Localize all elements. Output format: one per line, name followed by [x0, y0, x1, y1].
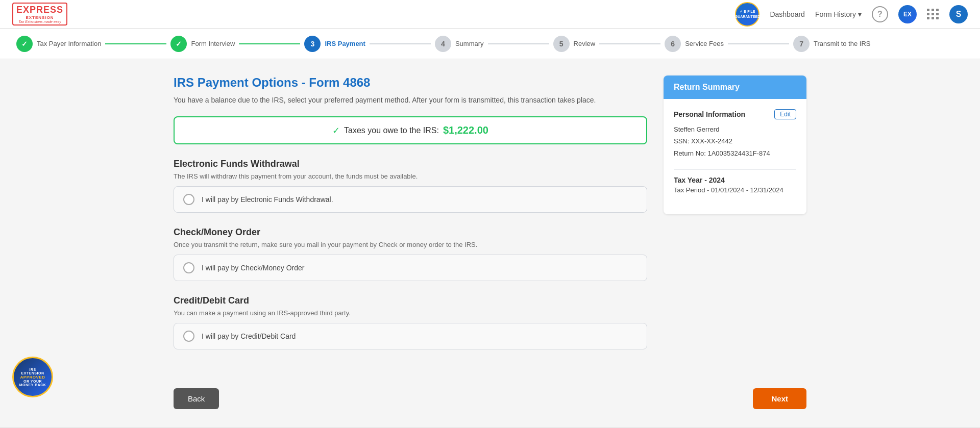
- step-connector-6: [728, 43, 789, 44]
- guaranteed-badge: ✓ E-FILEGUARANTEED: [735, 2, 760, 27]
- payment-section-desc-card: You can make a payment using an IRS-appr…: [174, 309, 647, 317]
- logo: EXPRESS EXTENSION Tax Extensions made ea…: [12, 3, 70, 26]
- personal-info-title: Personal Information: [674, 110, 745, 118]
- ex-button[interactable]: EX: [898, 5, 917, 23]
- user-avatar[interactable]: S: [949, 5, 968, 23]
- checkmark-icon: ✓: [332, 125, 340, 136]
- summary-body: Personal Information Edit Steffen Gerrer…: [664, 99, 806, 214]
- return-summary: Return Summary Personal Information Edit…: [664, 75, 806, 364]
- help-button[interactable]: ?: [872, 6, 888, 22]
- chevron-down-icon: ▾: [858, 10, 862, 18]
- step-label-4: Summary: [455, 40, 484, 47]
- taxpayer-name: Steffen Gerrerd: [674, 123, 796, 135]
- form-history-button[interactable]: Form History ▾: [815, 10, 862, 18]
- header: EXPRESS EXTENSION Tax Extensions made ea…: [0, 0, 980, 29]
- logo-box: EXPRESS EXTENSION Tax Extensions made ea…: [12, 3, 67, 26]
- payment-section-card: Credit/Debit Card You can make a payment…: [174, 295, 647, 349]
- payment-section-desc-check: Once you transmit the return, make sure …: [174, 241, 647, 248]
- step-connector-1: [105, 43, 166, 44]
- back-button[interactable]: Back: [174, 388, 219, 409]
- step-item-5[interactable]: 5 Review: [553, 36, 596, 52]
- personal-info-section: Personal Information Edit Steffen Gerrer…: [674, 109, 796, 159]
- personal-info-details: Steffen Gerrerd SSN: XXX-XX-2442 Return …: [674, 123, 796, 159]
- irs-badge: IRSEXTENSIONAPPROVEDOR YOURMONEY BACK: [12, 357, 53, 397]
- page-subtitle: You have a balance due to the IRS, selec…: [174, 96, 647, 104]
- radio-efw[interactable]: [183, 194, 194, 205]
- taxpayer-ssn: SSN: XXX-XX-2442: [674, 135, 796, 147]
- step-connector-2: [239, 43, 300, 44]
- step-item-1[interactable]: ✓ Tax Payer Information: [16, 36, 101, 52]
- tax-owed-amount: $1,222.00: [443, 124, 488, 136]
- header-nav: ✓ E-FILEGUARANTEED Dashboard Form Histor…: [735, 2, 968, 27]
- step-item-7[interactable]: 7 Transmit to the IRS: [793, 36, 871, 52]
- edit-button[interactable]: Edit: [774, 109, 796, 119]
- payment-option-efw[interactable]: I will pay by Electronic Funds Withdrawa…: [174, 186, 647, 213]
- payment-option-label-check: I will pay by Check/Money Order: [202, 264, 305, 272]
- radio-check[interactable]: [183, 262, 194, 273]
- stepper: ✓ Tax Payer Information ✓ Form Interview…: [0, 29, 980, 59]
- tax-year-section: Tax Year - 2024 Tax Period - 01/01/2024 …: [674, 176, 796, 194]
- step-item-6[interactable]: 6 Service Fees: [665, 36, 724, 52]
- step-label-1: Tax Payer Information: [37, 40, 101, 47]
- tax-owed-banner: ✓ Taxes you owe to the IRS: $1,222.00: [174, 116, 647, 144]
- payment-section-check: Check/Money Order Once you transmit the …: [174, 227, 647, 281]
- action-bar: Back Next: [133, 380, 847, 417]
- next-button[interactable]: Next: [753, 388, 806, 409]
- step-label-5: Review: [574, 40, 596, 47]
- step-circle-5: 5: [553, 36, 570, 52]
- page-title: IRS Payment Options - Form 4868: [174, 75, 647, 90]
- payment-option-label-card: I will pay by Credit/Debit Card: [202, 332, 296, 340]
- badge-circle: IRSEXTENSIONAPPROVEDOR YOURMONEY BACK: [12, 357, 53, 397]
- payment-option-check[interactable]: I will pay by Check/Money Order: [174, 255, 647, 281]
- tax-owed-prefix: Taxes you owe to the IRS:: [344, 126, 439, 135]
- payment-section-title-check: Check/Money Order: [174, 227, 647, 238]
- dashboard-link[interactable]: Dashboard: [770, 10, 805, 18]
- step-label-6: Service Fees: [685, 40, 724, 47]
- step-connector-5: [599, 43, 660, 44]
- form-history-label: Form History: [815, 10, 856, 18]
- payment-section-efw: Electronic Funds Withdrawal The IRS will…: [174, 159, 647, 213]
- step-connector-3: [370, 43, 431, 44]
- payment-section-title-efw: Electronic Funds Withdrawal: [174, 159, 647, 169]
- summary-divider: [674, 169, 796, 170]
- payment-sections: Electronic Funds Withdrawal The IRS will…: [174, 159, 647, 349]
- personal-info-row: Personal Information Edit: [674, 109, 796, 119]
- step-connector-4: [488, 43, 549, 44]
- logo-express: EXPRESS: [16, 5, 63, 15]
- form-area: IRS Payment Options - Form 4868 You have…: [174, 75, 647, 364]
- payment-option-card[interactable]: I will pay by Credit/Debit Card: [174, 323, 647, 349]
- step-circle-7: 7: [793, 36, 810, 52]
- logo-tagline: Tax Extensions made easy: [18, 20, 61, 23]
- main-content: IRS Payment Options - Form 4868 You have…: [133, 59, 847, 380]
- payment-section-desc-efw: The IRS will withdraw this payment from …: [174, 172, 647, 180]
- step-circle-2: ✓: [170, 36, 187, 52]
- radio-card[interactable]: [183, 331, 194, 342]
- grid-menu-button[interactable]: [927, 9, 939, 19]
- step-label-2: Form Interview: [191, 40, 235, 47]
- step-item-2[interactable]: ✓ Form Interview: [170, 36, 235, 52]
- step-circle-4: 4: [435, 36, 451, 52]
- step-item-4[interactable]: 4 Summary: [435, 36, 484, 52]
- step-item-3[interactable]: 3 IRS Payment: [304, 36, 365, 52]
- step-label-3: IRS Payment: [325, 40, 365, 47]
- step-label-7: Transmit to the IRS: [814, 40, 871, 47]
- return-number: Return No: 1A0035324431F-874: [674, 147, 796, 159]
- step-circle-6: 6: [665, 36, 681, 52]
- tax-period: Tax Period - 01/01/2024 - 12/31/2024: [674, 186, 796, 194]
- step-circle-3: 3: [304, 36, 321, 52]
- guaranteed-label: ✓ E-FILEGUARANTEED: [735, 9, 760, 18]
- payment-section-title-card: Credit/Debit Card: [174, 295, 647, 306]
- tax-year-label: Tax Year - 2024: [674, 176, 796, 184]
- logo-extension: EXTENSION: [26, 15, 54, 20]
- summary-header: Return Summary: [664, 75, 806, 99]
- badge-text: IRSEXTENSIONAPPROVEDOR YOURMONEY BACK: [19, 368, 46, 387]
- payment-option-label-efw: I will pay by Electronic Funds Withdrawa…: [202, 195, 333, 204]
- step-circle-1: ✓: [16, 36, 33, 52]
- summary-box: Return Summary Personal Information Edit…: [664, 75, 806, 214]
